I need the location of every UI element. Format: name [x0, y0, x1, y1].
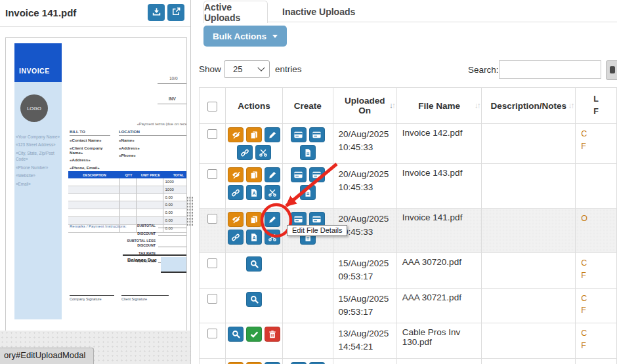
- file-name-header[interactable]: File Name ↓↑: [396, 88, 482, 124]
- invoice-item-row: 0.00: [68, 209, 187, 217]
- create-header: Create: [283, 88, 333, 124]
- pdf-preview: INVOICE LOGO «Your Company Name»«123 Str…: [5, 37, 187, 331]
- status-bar: ory#EditUploadModal: [0, 348, 94, 364]
- truncated-last-cell: CF: [576, 323, 617, 359]
- search-button[interactable]: [228, 327, 244, 342]
- actions-cell: A: [226, 209, 283, 253]
- invoice-company-line: «123 Street Address»: [16, 142, 60, 148]
- invoice-number-line: [158, 104, 186, 104]
- pdf-file-icon: A: [249, 188, 259, 197]
- row-checkbox[interactable]: [207, 258, 217, 268]
- invoice-balance-label: Balance Due: [123, 257, 157, 263]
- row-checkbox[interactable]: [207, 329, 217, 338]
- create-cell: [283, 358, 333, 364]
- truncated-last-cell: [576, 164, 617, 209]
- bulk-actions-button[interactable]: Bulk Actions: [203, 26, 287, 47]
- invoice-card-button[interactable]: [309, 167, 325, 182]
- invoice-card-button[interactable]: [291, 127, 307, 142]
- row-checkbox[interactable]: [207, 214, 217, 224]
- search-label: Search:: [468, 65, 499, 75]
- select-all-checkbox[interactable]: [207, 102, 217, 111]
- eye-slash-button[interactable]: [228, 212, 244, 227]
- eye-slash-button[interactable]: [228, 167, 244, 182]
- trash-icon: [268, 330, 277, 339]
- scissors-icon: [268, 233, 277, 242]
- row-checkbox[interactable]: [207, 294, 217, 304]
- check-button[interactable]: [246, 327, 262, 342]
- link-button[interactable]: [228, 230, 244, 245]
- eye-slash-button[interactable]: [228, 127, 244, 142]
- copy-icon: [249, 131, 259, 140]
- copy-icon: [249, 171, 259, 180]
- invoice-bill-to-lines: «Contact Name»«Client Company Name»«Addr…: [70, 138, 117, 172]
- search-input[interactable]: [499, 60, 601, 79]
- eye-slash-button[interactable]: [228, 362, 244, 364]
- pencil-button[interactable]: [265, 362, 280, 364]
- invoice-location-line: «Name»: [119, 138, 165, 142]
- scissors-button[interactable]: [255, 145, 271, 160]
- open-external-button[interactable]: [167, 4, 184, 21]
- search-icon: [231, 329, 241, 339]
- page-length-select[interactable]: 25: [224, 60, 270, 78]
- file-name-cell: Invoice 142.pdf: [396, 124, 482, 164]
- invoice-bill-to-line: «Address»: [70, 157, 117, 162]
- document-button[interactable]: [300, 185, 316, 200]
- right-edge-button[interactable]: [606, 60, 617, 80]
- file-name-cell: Invoice 143.pdf: [396, 164, 482, 209]
- invoice-bill-to-line: «Client Company Name»: [70, 146, 117, 155]
- scissors-icon: [259, 148, 268, 157]
- uploaded-on-header[interactable]: Uploaded On ↓↑: [333, 88, 396, 124]
- invoice-company-line: «Your Company Name»: [16, 134, 60, 140]
- scissors-button[interactable]: [265, 230, 280, 245]
- tab-active-uploads-label: Active Uploads: [204, 2, 267, 23]
- row-checkbox[interactable]: [207, 129, 217, 139]
- actions-header: Actions: [226, 88, 283, 124]
- svg-text:A: A: [253, 191, 256, 195]
- create-cell: [283, 124, 333, 164]
- tab-active-uploads[interactable]: Active Uploads: [203, 1, 268, 23]
- invoice-balance-topline: [123, 254, 187, 256]
- invoice-card-button[interactable]: [309, 127, 325, 142]
- download-button[interactable]: [148, 4, 165, 21]
- copy-button[interactable]: [246, 167, 262, 182]
- invoice-location-line: «Phone»: [119, 153, 165, 157]
- invoice-card-button[interactable]: [291, 167, 307, 182]
- file-name-cell: Cable Pros Inv 130.pdf: [396, 323, 482, 359]
- description-cell: [482, 288, 576, 323]
- link-button[interactable]: [228, 185, 244, 200]
- scissors-button[interactable]: [265, 185, 280, 200]
- trash-button[interactable]: [265, 327, 280, 342]
- file-name-cell: AAA 30721.pdf: [396, 288, 482, 323]
- uploaded-on-cell: 20/Aug/202510:45:33: [333, 164, 396, 209]
- copy-button[interactable]: [246, 212, 262, 227]
- search-button[interactable]: [246, 256, 262, 272]
- pdf-file-button[interactable]: A: [246, 185, 262, 200]
- link-button[interactable]: [237, 145, 253, 160]
- invoice-card-button[interactable]: [291, 362, 307, 364]
- copy-button[interactable]: [246, 127, 262, 142]
- search-button[interactable]: [246, 292, 262, 307]
- tab-inactive-uploads[interactable]: Inactive Uploads: [266, 1, 371, 22]
- invoice-card-button[interactable]: [309, 362, 325, 364]
- link-icon: [231, 233, 240, 242]
- document-button[interactable]: [300, 145, 316, 160]
- truncated-last-header: LF: [576, 88, 617, 124]
- search-icon: [249, 294, 259, 304]
- page-length-value: 25: [233, 64, 242, 74]
- invoice-client-signature: Client Signature: [121, 295, 169, 301]
- pencil-button[interactable]: [265, 127, 280, 142]
- invoice-company-line: «Phone Number»: [16, 165, 60, 171]
- pencil-button[interactable]: [265, 212, 280, 227]
- row-checkbox[interactable]: [207, 169, 217, 179]
- uploaded-on-cell: 20/Aug/202510:45:33: [333, 124, 396, 164]
- invoice-items-header: TOTAL: [164, 173, 187, 177]
- invoice-number-fragment: INV: [169, 96, 176, 101]
- invoice-item-row: 0.00: [68, 201, 187, 209]
- pencil-icon: [268, 215, 277, 224]
- invoice-card-icon: [312, 170, 322, 180]
- truncated-last-cell: CF: [576, 124, 617, 164]
- pdf-file-button[interactable]: A: [246, 230, 262, 245]
- description-header[interactable]: Description/Notes ↓↑: [482, 88, 576, 124]
- pencil-button[interactable]: [265, 167, 280, 182]
- copy-button[interactable]: [246, 362, 262, 364]
